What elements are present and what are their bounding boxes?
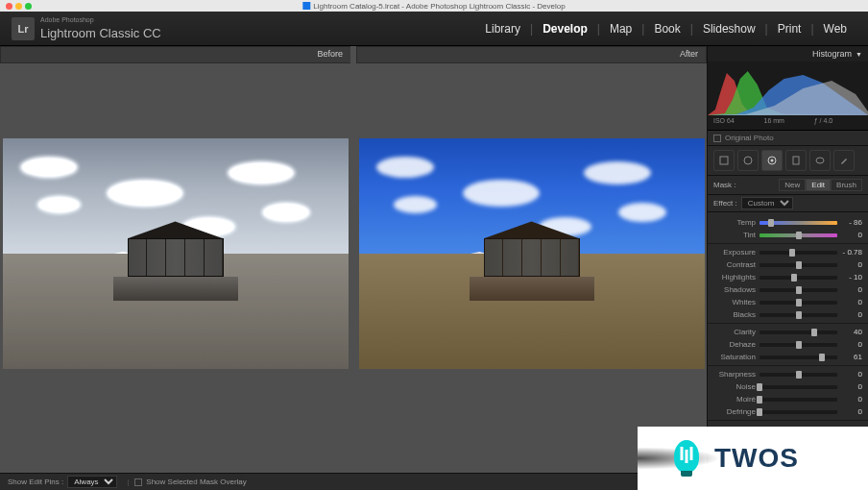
histogram-iso: ISO 64 (713, 117, 735, 124)
module-develop[interactable]: Develop (533, 22, 597, 36)
slider-highlights[interactable]: Highlights- 10 (708, 271, 868, 283)
local-adjustment-tools (708, 146, 868, 176)
before-photo[interactable] (3, 138, 349, 369)
show-edit-pins-dropdown[interactable]: Always (67, 476, 117, 488)
effect-dropdown[interactable]: Custom (741, 197, 793, 209)
slider-label: Dehaze (713, 340, 760, 349)
slider-thumb[interactable] (796, 311, 802, 319)
mask-tab-new[interactable]: New (779, 179, 806, 191)
slider-track[interactable] (760, 410, 837, 414)
slider-whites[interactable]: Whites0 (708, 296, 868, 308)
svg-point-1 (744, 157, 752, 164)
effect-label: Effect : (713, 199, 737, 208)
slider-exposure[interactable]: Exposure- 0.78 (708, 246, 868, 258)
watermark-text: TWOS (714, 443, 799, 474)
histogram-display[interactable]: ISO 64 16 mm ƒ / 4.0 (708, 61, 868, 131)
spot-removal-tool[interactable] (737, 150, 759, 171)
mask-tab-brush[interactable]: Brush (831, 179, 862, 191)
slider-label: Clarity (713, 328, 760, 336)
slider-label: Saturation (713, 353, 760, 361)
redeye-tool[interactable] (761, 150, 783, 171)
slider-track[interactable] (760, 288, 837, 292)
module-book[interactable]: Book (644, 22, 689, 36)
slider-track[interactable] (760, 331, 837, 334)
module-web[interactable]: Web (814, 22, 856, 36)
slider-value: 0 (837, 260, 862, 269)
window-close-button[interactable] (6, 3, 12, 10)
twos-watermark: TWOS (638, 427, 868, 490)
slider-track[interactable] (760, 221, 837, 225)
original-photo-toggle[interactable]: Original Photo (708, 131, 868, 146)
slider-moiré[interactable]: Moiré0 (708, 393, 868, 405)
slider-track[interactable] (760, 263, 837, 267)
slider-track[interactable] (760, 343, 837, 347)
slider-saturation[interactable]: Saturation61 (708, 351, 868, 363)
slider-shadows[interactable]: Shadows0 (708, 283, 868, 296)
slider-clarity[interactable]: Clarity40 (708, 326, 868, 338)
slider-track[interactable] (760, 373, 837, 377)
slider-temp[interactable]: Temp- 86 (708, 216, 868, 229)
slider-thumb[interactable] (811, 329, 817, 336)
radial-filter-tool[interactable] (809, 150, 831, 171)
module-library[interactable]: Library (475, 22, 530, 36)
slider-value: 0 (837, 298, 862, 306)
slider-thumb[interactable] (796, 371, 802, 379)
histogram-focal: 16 mm (764, 117, 784, 124)
before-label: Before (0, 46, 350, 63)
window-title-text: Lightroom Catalog-5.lrcat - Adobe Photos… (313, 2, 565, 11)
crop-tool[interactable] (713, 150, 735, 171)
slider-contrast[interactable]: Contrast0 (708, 258, 868, 271)
slider-thumb[interactable] (791, 274, 797, 282)
slider-track[interactable] (760, 251, 837, 255)
bottom-bar: Show Edit Pins : Always | Show Selected … (0, 473, 707, 490)
slider-defringe[interactable]: Defringe0 (708, 405, 868, 418)
slider-track[interactable] (760, 398, 837, 402)
graduated-filter-tool[interactable] (785, 150, 807, 171)
overlay-checkbox[interactable] (134, 478, 142, 486)
slider-sharpness[interactable]: Sharpness0 (708, 368, 868, 380)
slider-noise[interactable]: Noise0 (708, 380, 868, 393)
slider-value: - 10 (837, 273, 862, 282)
slider-thumb[interactable] (757, 383, 762, 391)
slider-thumb[interactable] (768, 219, 774, 227)
after-photo[interactable] (359, 138, 705, 369)
brand-small-text: Adobe Photoshop (40, 16, 161, 24)
histogram-header[interactable]: Histogram ▼ (708, 46, 868, 61)
module-slideshow[interactable]: Slideshow (693, 22, 765, 36)
module-print[interactable]: Print (768, 22, 811, 36)
slider-track[interactable] (760, 355, 837, 359)
slider-thumb[interactable] (796, 341, 802, 349)
slider-value: 0 (837, 407, 862, 416)
overlay-label: Show Selected Mask Overlay (146, 478, 247, 486)
slider-tint[interactable]: Tint0 (708, 229, 868, 241)
adjustment-brush-tool[interactable] (833, 150, 855, 171)
slider-label: Blacks (713, 310, 760, 319)
macos-titlebar: Lightroom Catalog-5.lrcat - Adobe Photos… (0, 0, 868, 12)
slider-thumb[interactable] (757, 408, 762, 416)
slider-label: Moiré (713, 395, 760, 404)
mask-tab-edit[interactable]: Edit (806, 179, 831, 191)
histogram-title: Histogram (812, 49, 852, 59)
slider-blacks[interactable]: Blacks0 (708, 308, 868, 321)
module-map[interactable]: Map (600, 22, 641, 36)
slider-thumb[interactable] (757, 396, 762, 404)
slider-thumb[interactable] (796, 261, 802, 269)
window-zoom-button[interactable] (25, 3, 32, 10)
slider-track[interactable] (760, 301, 837, 305)
slider-dehaze[interactable]: Dehaze0 (708, 338, 868, 351)
svg-rect-4 (793, 157, 799, 164)
slider-track[interactable] (760, 313, 837, 317)
slider-label: Shadows (713, 285, 760, 294)
slider-track[interactable] (760, 276, 837, 280)
slider-track[interactable] (760, 385, 837, 389)
slider-label: Tint (713, 231, 760, 239)
slider-value: 0 (837, 340, 862, 349)
checkbox-icon[interactable] (713, 135, 721, 142)
slider-thumb[interactable] (796, 232, 802, 239)
slider-thumb[interactable] (819, 354, 825, 361)
slider-track[interactable] (760, 233, 837, 237)
slider-thumb[interactable] (796, 286, 802, 294)
slider-thumb[interactable] (789, 249, 795, 257)
window-minimize-button[interactable] (15, 3, 22, 10)
slider-thumb[interactable] (796, 299, 802, 306)
